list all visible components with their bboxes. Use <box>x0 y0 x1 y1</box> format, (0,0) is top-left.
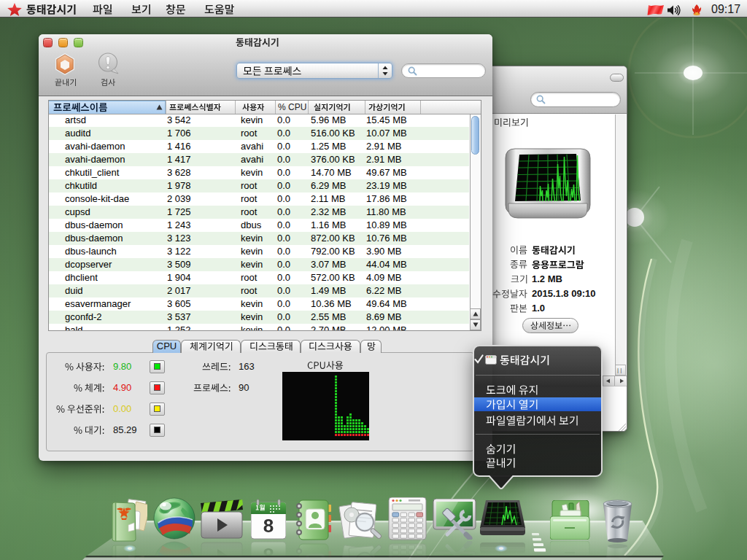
svg-text:8: 8 <box>263 515 274 537</box>
